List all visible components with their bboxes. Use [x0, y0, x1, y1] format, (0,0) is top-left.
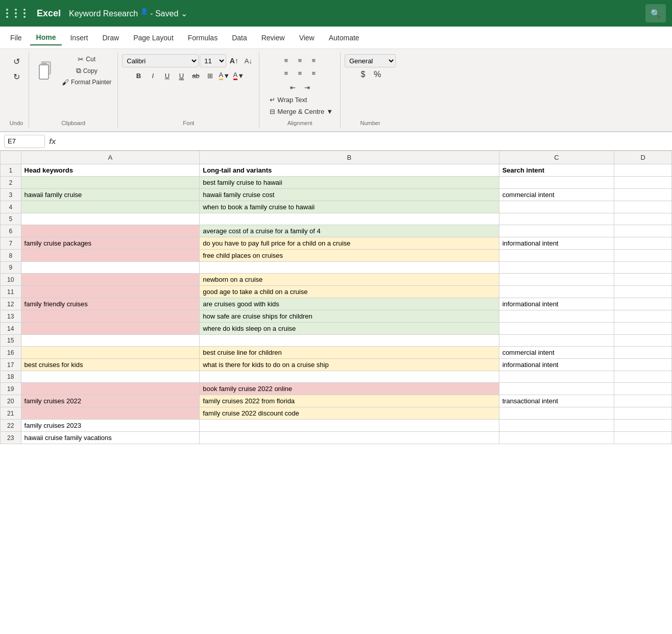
- cell-C7[interactable]: informational intent: [499, 237, 614, 250]
- menu-file[interactable]: File: [4, 31, 28, 45]
- menu-automate[interactable]: Automate: [323, 31, 366, 45]
- font-decrease-button[interactable]: A↓: [242, 55, 255, 67]
- double-underline-button[interactable]: U: [175, 69, 188, 82]
- italic-button[interactable]: I: [146, 69, 159, 82]
- cell-C3[interactable]: commercial intent: [499, 189, 614, 201]
- cell-C22[interactable]: [499, 420, 614, 432]
- cell-A19[interactable]: [21, 383, 200, 395]
- cell-A13[interactable]: [21, 310, 200, 323]
- format-painter-button[interactable]: 🖌 Format Painter: [60, 77, 113, 87]
- cell-A9[interactable]: [21, 262, 200, 274]
- menu-data[interactable]: Data: [226, 31, 253, 45]
- cell-C17[interactable]: informational intent: [499, 359, 614, 371]
- cell-D10[interactable]: [614, 274, 672, 286]
- cell-B23[interactable]: [200, 432, 499, 444]
- cell-A17[interactable]: best cruises for kids: [21, 359, 200, 371]
- cell-A15[interactable]: [21, 335, 200, 347]
- col-header-a[interactable]: A: [21, 151, 200, 164]
- fill-color-button[interactable]: A▼: [218, 69, 231, 82]
- font-size-select[interactable]: 11: [200, 54, 226, 67]
- cell-B18[interactable]: [200, 371, 499, 383]
- borders-button[interactable]: ⊞: [203, 69, 217, 82]
- cell-B10[interactable]: newborn on a cruise: [200, 274, 499, 286]
- font-color-button[interactable]: A▼: [232, 69, 245, 82]
- cut-button[interactable]: ✂ Cut: [76, 54, 98, 64]
- font-increase-button[interactable]: A↑: [227, 55, 241, 67]
- cell-B7[interactable]: do you have to pay full price for a chil…: [200, 237, 499, 250]
- cell-A2[interactable]: [21, 177, 200, 189]
- cell-A3[interactable]: hawaii family cruise: [21, 189, 200, 201]
- align-top-center-button[interactable]: ≡: [293, 54, 306, 66]
- cell-C8[interactable]: [499, 250, 614, 262]
- cell-A1[interactable]: Head keywords: [21, 164, 200, 177]
- cell-A12[interactable]: family friendly cruises: [21, 298, 200, 310]
- cell-D3[interactable]: [614, 189, 672, 201]
- cell-D5[interactable]: [614, 213, 672, 225]
- cell-A5[interactable]: [21, 213, 200, 225]
- cell-A6[interactable]: [21, 225, 200, 237]
- menu-home[interactable]: Home: [30, 30, 62, 45]
- cell-D11[interactable]: [614, 286, 672, 298]
- align-top-right-button[interactable]: ≡: [307, 54, 320, 66]
- col-header-d[interactable]: D: [614, 151, 672, 164]
- menu-insert[interactable]: Insert: [64, 31, 94, 45]
- cell-C20[interactable]: transactional intent: [499, 395, 614, 407]
- cell-A14[interactable]: [21, 323, 200, 335]
- cell-D9[interactable]: [614, 262, 672, 274]
- cell-C12[interactable]: informational intent: [499, 298, 614, 310]
- cell-D14[interactable]: [614, 323, 672, 335]
- copy-button[interactable]: ⧉ Copy: [74, 65, 100, 76]
- cell-C10[interactable]: [499, 274, 614, 286]
- cell-A7[interactable]: family cruise packages: [21, 237, 200, 250]
- cell-C15[interactable]: [499, 335, 614, 347]
- merge-centre-button[interactable]: ⊟ Merge & Centre ▼: [267, 106, 336, 117]
- cell-B8[interactable]: free child places on cruises: [200, 250, 499, 262]
- cell-C14[interactable]: [499, 323, 614, 335]
- cell-C4[interactable]: [499, 201, 614, 213]
- cell-B16[interactable]: best cruise line for children: [200, 347, 499, 359]
- search-button[interactable]: 🔍: [645, 4, 666, 22]
- cell-D19[interactable]: [614, 383, 672, 395]
- cell-C21[interactable]: [499, 407, 614, 420]
- cell-D12[interactable]: [614, 298, 672, 310]
- cell-D1[interactable]: [614, 164, 672, 177]
- cell-D8[interactable]: [614, 250, 672, 262]
- cell-B5[interactable]: [200, 213, 499, 225]
- cell-D6[interactable]: [614, 225, 672, 237]
- align-middle-left-button[interactable]: ≡: [279, 67, 293, 79]
- cell-D21[interactable]: [614, 407, 672, 420]
- percent-format-button[interactable]: %: [371, 68, 384, 81]
- cell-B14[interactable]: where do kids sleep on a cruise: [200, 323, 499, 335]
- menu-view[interactable]: View: [293, 31, 321, 45]
- cell-D16[interactable]: [614, 347, 672, 359]
- wrap-text-button[interactable]: ↵ Wrap Text: [267, 94, 336, 105]
- cell-B15[interactable]: [200, 335, 499, 347]
- cell-B1[interactable]: Long-tail and variants: [200, 164, 499, 177]
- number-format-select[interactable]: General: [345, 54, 396, 67]
- formula-input[interactable]: [60, 135, 668, 148]
- cell-B20[interactable]: family cruises 2022 from florida: [200, 395, 499, 407]
- cell-B22[interactable]: [200, 420, 499, 432]
- cell-D7[interactable]: [614, 237, 672, 250]
- cell-D4[interactable]: [614, 201, 672, 213]
- cell-B6[interactable]: average cost of a cruise for a family of…: [200, 225, 499, 237]
- cell-B19[interactable]: book family cruise 2022 online: [200, 383, 499, 395]
- cell-C1[interactable]: Search intent: [499, 164, 614, 177]
- undo-button[interactable]: ↺: [8, 54, 25, 68]
- cell-reference-box[interactable]: E7: [4, 135, 45, 148]
- cell-A16[interactable]: [21, 347, 200, 359]
- cell-B9[interactable]: [200, 262, 499, 274]
- font-family-select[interactable]: Calibri: [122, 54, 199, 67]
- cell-C19[interactable]: [499, 383, 614, 395]
- strikethrough-button[interactable]: ab: [189, 69, 202, 82]
- cell-C9[interactable]: [499, 262, 614, 274]
- dollar-format-button[interactable]: $: [356, 68, 370, 81]
- cell-D2[interactable]: [614, 177, 672, 189]
- bold-button[interactable]: B: [132, 69, 145, 82]
- menu-review[interactable]: Review: [255, 31, 291, 45]
- cell-C2[interactable]: [499, 177, 614, 189]
- cell-A20[interactable]: family cruises 2022: [21, 395, 200, 407]
- cell-C5[interactable]: [499, 213, 614, 225]
- cell-B17[interactable]: what is there for kids to do on a cruise…: [200, 359, 499, 371]
- cell-D15[interactable]: [614, 335, 672, 347]
